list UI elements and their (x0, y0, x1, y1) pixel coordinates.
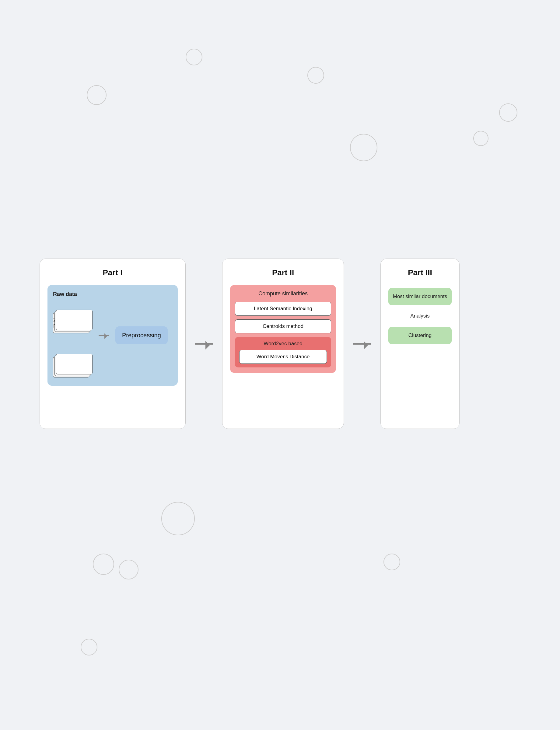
most-similar-box: Most similar documents (388, 288, 452, 305)
word2vec-group: Word2vec based Word Mover's Distance (235, 337, 331, 367)
newsgroups-doc-stack: 20 Newsgroups (53, 310, 93, 336)
part-three-inner: Most similar documents Analysis Clusteri… (388, 285, 452, 344)
preprocessing-label: Preprocessing (122, 332, 161, 339)
part-two-panel: Part II Compute similarities Latent Sema… (222, 259, 344, 429)
decorative-circle-1 (87, 85, 107, 105)
wmd-label: Word Mover's Distance (257, 354, 310, 360)
decorative-circle-7 (161, 502, 195, 535)
preprocessing-box: Preprocessing (115, 327, 168, 344)
decorative-circle-2 (186, 49, 202, 65)
part-three-panel: Part III Most similar documents Analysis… (380, 259, 460, 429)
analysis-text: Analysis (388, 311, 452, 322)
newsgroups-item: 20 Newsgroups (53, 310, 93, 336)
decorative-circle-9 (119, 560, 138, 579)
most-similar-label: Most similar documents (393, 294, 447, 299)
lsi-box: Latent Semantic Indexing (235, 302, 331, 316)
decorative-circle-6 (499, 103, 517, 122)
clustering-label: Clustering (408, 333, 432, 338)
clustering-box: Clustering (388, 327, 452, 344)
wmd-box: Word Mover's Distance (239, 350, 327, 364)
part-three-title: Part III (388, 268, 452, 278)
decorative-circle-4 (350, 134, 377, 161)
websnippets-item: Web snippets (53, 354, 93, 379)
raw-data-label: Raw data (53, 291, 93, 298)
arrow-part2-to-part3 (353, 343, 371, 345)
big-arrow-body-2 (353, 343, 371, 345)
diagram-wrapper: Part I Raw data 20 Newsgroups (40, 259, 520, 429)
word2vec-label: Word2vec based (239, 341, 327, 347)
websnippets-doc-stack: Web snippets (53, 354, 93, 379)
part-one-title: Part I (47, 268, 178, 278)
part-one-panel: Part I Raw data 20 Newsgroups (40, 259, 186, 429)
centroids-label: Centroids method (263, 323, 303, 329)
websnippets-card-3 (56, 354, 93, 374)
centroids-box: Centroids method (235, 320, 331, 334)
newsgroups-card-3 (56, 310, 93, 330)
lsi-label: Latent Semantic Indexing (254, 306, 312, 312)
decorative-circle-11 (81, 639, 97, 655)
big-arrow-body-1 (195, 343, 213, 345)
decorative-circle-5 (473, 131, 488, 146)
inner-arrow (99, 335, 109, 336)
decorative-circle-8 (93, 554, 114, 575)
part-two-title: Part II (230, 268, 336, 278)
part-two-inner: Compute similarities Latent Semantic Ind… (230, 285, 336, 373)
part-one-inner: Raw data 20 Newsgroups (47, 285, 178, 386)
data-sources: Raw data 20 Newsgroups (53, 291, 93, 379)
decorative-circle-3 (307, 67, 324, 84)
compute-label: Compute similarities (235, 291, 331, 297)
decorative-circle-10 (383, 554, 400, 570)
arrow-part1-to-part2 (195, 343, 213, 345)
inner-arrow-line (99, 335, 109, 336)
